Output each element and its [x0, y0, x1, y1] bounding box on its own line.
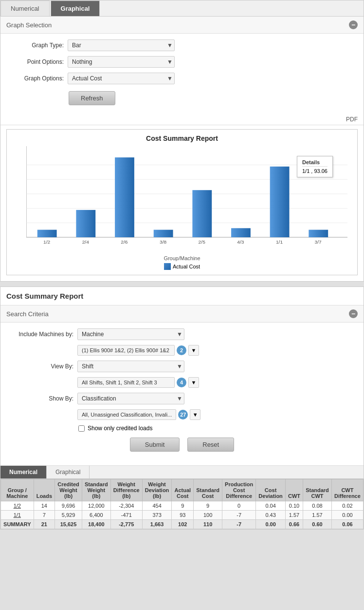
table-cell: 6,400: [82, 511, 110, 520]
machines-multi-select: (1) Ellis 900# 1&2, (2) Ellis 900# 1&2 2…: [77, 345, 199, 356]
table-cell: 0: [222, 501, 256, 511]
table-cell: 0.04: [256, 501, 286, 511]
search-criteria-header: Search Criteria −: [0, 305, 364, 323]
shifts-count-badge: 4: [177, 378, 186, 387]
chart-title: Cost Summary Report: [12, 134, 352, 142]
bar-5: [192, 190, 212, 237]
point-options-select[interactable]: Nothing Value Percent: [68, 56, 175, 68]
graph-type-select[interactable]: Bar Line Pie: [68, 39, 175, 51]
svg-text:2/6: 2/6: [121, 239, 128, 245]
graph-options-select-wrapper: Actual Cost Standard Cost Both ▼: [68, 73, 175, 84]
graph-selection-collapse-btn[interactable]: −: [349, 20, 358, 29]
classification-count-badge: 27: [178, 410, 188, 419]
th-loads: Loads: [34, 479, 55, 501]
graph-selection-title: Graph Selection: [6, 21, 52, 29]
tab-graphical[interactable]: Graphical: [51, 0, 100, 16]
include-machines-select[interactable]: Machine: [77, 328, 184, 340]
refresh-button[interactable]: Refresh: [69, 91, 115, 105]
table-cell: 7: [34, 511, 55, 520]
table-tab-numerical[interactable]: Numerical: [0, 466, 47, 478]
svg-text:1/1: 1/1: [276, 239, 283, 245]
table-cell[interactable]: 1/2: [1, 501, 34, 511]
graph-type-row: Graph Type: Bar Line Pie ▼: [10, 39, 354, 51]
svg-text:4/3: 4/3: [237, 239, 244, 245]
bar-7: [270, 167, 290, 237]
table-cell: 0.02: [331, 501, 363, 511]
graph-type-label: Graph Type:: [10, 42, 64, 49]
th-weight-deviation: WeightDeviation(lb): [142, 479, 172, 501]
table-cell: 9: [194, 501, 222, 511]
machines-count-badge: 2: [177, 345, 186, 355]
chart-tooltip: Details 1/1 , 93.06: [297, 156, 333, 177]
shifts-list-arrow-btn[interactable]: ▼: [188, 377, 199, 388]
bar-3: [115, 157, 134, 237]
pdf-link[interactable]: PDF: [0, 114, 364, 125]
table-cell: 1.57: [285, 511, 303, 520]
credited-loads-checkbox[interactable]: [78, 425, 85, 432]
point-options-select-wrapper: Nothing Value Percent ▼: [68, 56, 175, 68]
view-by-select[interactable]: Shift: [77, 361, 184, 372]
table-cell: 12,000: [82, 501, 110, 511]
table-cell[interactable]: 1/1: [1, 511, 34, 520]
include-machines-row: Include Machines by: Machine ▼: [10, 328, 354, 340]
shifts-list-row: All Shifts, Shift 1, Shift 2, Shift 3 4 …: [10, 377, 354, 388]
classification-list-arrow-btn[interactable]: ▼: [190, 409, 200, 420]
table-tabs: Numerical Graphical: [0, 466, 364, 479]
th-credited-weight: CreditedWeight(lb): [55, 479, 82, 501]
table-cell: 100: [194, 511, 222, 520]
th-standard-cost: StandardCost: [194, 479, 222, 501]
table-cell: 0.00: [331, 511, 363, 520]
table-wrapper: Group /Machine Loads CreditedWeight(lb) …: [0, 479, 364, 529]
reset-button[interactable]: Reset: [187, 438, 234, 452]
table-cell: 21: [34, 520, 55, 529]
classification-list-row: All, Unassigned Classification, Invali..…: [10, 409, 354, 420]
table-cell: 373: [142, 511, 172, 520]
table-cell: 0.00: [256, 520, 286, 529]
graph-options-label: Graph Options:: [10, 75, 64, 82]
tab-numerical[interactable]: Numerical: [0, 0, 50, 16]
bottom-panel: Cost Summary Report Search Criteria − In…: [0, 286, 364, 530]
graph-selection-header: Graph Selection −: [0, 17, 364, 34]
shifts-list-box[interactable]: All Shifts, Shift 1, Shift 2, Shift 3: [77, 377, 175, 388]
classification-list-box[interactable]: All, Unassigned Classification, Invali..…: [77, 409, 176, 420]
graph-options-select[interactable]: Actual Cost Standard Cost Both: [68, 73, 175, 84]
th-actual-cost: ActualCost: [172, 479, 194, 501]
submit-button[interactable]: Submit: [130, 438, 180, 452]
table-cell: 5,929: [55, 511, 82, 520]
search-criteria-collapse-btn[interactable]: −: [349, 309, 358, 318]
credited-loads-row: Show only credited loads: [78, 425, 354, 432]
table-cell: 110: [194, 520, 222, 529]
svg-text:3/7: 3/7: [315, 239, 322, 245]
svg-text:2/4: 2/4: [82, 239, 90, 245]
table-cell: SUMMARY: [1, 520, 34, 529]
table-cell: -7: [222, 520, 256, 529]
bar-6: [231, 228, 251, 237]
tooltip-title: Details: [302, 159, 328, 167]
machines-list-arrow-btn[interactable]: ▼: [188, 345, 199, 356]
table-cell: 0.60: [303, 520, 332, 529]
classification-multi-select: All, Unassigned Classification, Invali..…: [77, 409, 200, 420]
search-criteria-panel: Search Criteria − Include Machines by: M…: [0, 305, 364, 466]
chart-legend: Actual Cost: [12, 263, 352, 270]
table-cell: 0.08: [303, 501, 332, 511]
table-cell: 1,663: [142, 520, 172, 529]
form-buttons-row: Submit Reset: [10, 438, 354, 452]
th-cwt-difference: CWTDifference: [331, 479, 363, 501]
include-machines-label: Include Machines by:: [10, 331, 73, 338]
machines-list-row: (1) Ellis 900# 1&2, (2) Ellis 900# 1&2 2…: [10, 345, 354, 356]
table-cell: 93: [172, 511, 194, 520]
table-cell: 0.10: [285, 501, 303, 511]
table-body: 1/2149,69612,000-2,3044549900.040.100.08…: [1, 501, 364, 529]
table-cell: 9,696: [55, 501, 82, 511]
th-standard-weight: StandardWeight(lb): [82, 479, 110, 501]
tooltip-value: 1/1 , 93.06: [302, 168, 328, 174]
credited-loads-label: Show only credited loads: [88, 425, 152, 432]
svg-text:2/5: 2/5: [199, 239, 206, 245]
table-tab-graphical[interactable]: Graphical: [47, 466, 90, 478]
show-by-select[interactable]: Classification: [77, 393, 184, 404]
point-options-label: Point Options:: [10, 58, 64, 65]
legend-color-box: [164, 263, 171, 270]
machines-list-box[interactable]: (1) Ellis 900# 1&2, (2) Ellis 900# 1&2: [77, 345, 175, 356]
table-cell: -7: [222, 511, 256, 520]
table-cell: 9: [172, 501, 194, 511]
